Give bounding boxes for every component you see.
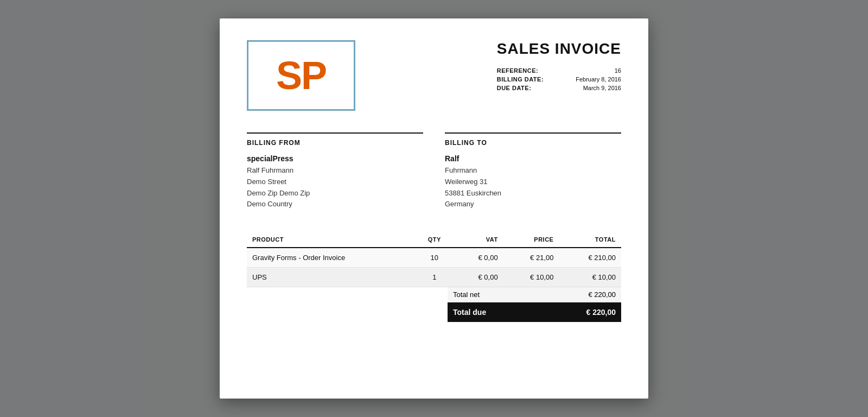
cell-price: € 10,00 (503, 268, 559, 287)
col-vat: VAT (454, 232, 503, 248)
from-line1: Ralf Fuhrmann (247, 165, 423, 176)
to-line2: Weilerweg 31 (445, 176, 621, 188)
billing-to-details: Fuhrmann Weilerweg 31 53881 Euskirchen G… (445, 165, 621, 210)
due-label: Total due (448, 302, 538, 323)
col-price: PRICE (503, 232, 559, 248)
cell-qty: 10 (415, 248, 454, 268)
cell-total: € 210,00 (559, 248, 621, 268)
due-date-value: March 9, 2016 (565, 85, 621, 91)
col-qty: QTY (415, 232, 454, 248)
due-value: € 220,00 (538, 302, 621, 323)
due-date-label: DUE DATE: (497, 85, 554, 91)
cell-vat: € 0,00 (454, 268, 503, 287)
reference-value: 16 (565, 67, 621, 74)
invoice-table: PRODUCT QTY VAT PRICE TOTAL Gravity Form… (247, 232, 621, 287)
cell-qty: 1 (415, 268, 454, 287)
to-line1: Fuhrmann (445, 165, 621, 176)
billing-from-title: BILLING FROM (247, 139, 423, 147)
to-line3: 53881 Euskirchen (445, 188, 621, 199)
from-line2: Demo Street (247, 176, 423, 188)
billing-to-col: BILLING TO Ralf Fuhrmann Weilerweg 31 53… (445, 132, 621, 210)
col-product: PRODUCT (247, 232, 415, 248)
table-row: Gravity Forms - Order Invoice 10 € 0,00 … (247, 248, 621, 268)
billing-to-title: BILLING TO (445, 139, 621, 147)
cell-product: UPS (247, 268, 415, 287)
cell-total: € 10,00 (559, 268, 621, 287)
billing-from-details: Ralf Fuhrmann Demo Street Demo Zip Demo … (247, 165, 423, 210)
invoice-meta: REFERENCE: 16 BILLING DATE: February 8, … (497, 67, 621, 91)
billing-date-value: February 8, 2016 (565, 76, 621, 83)
from-line4: Demo Country (247, 199, 423, 210)
logo-text: SP (276, 56, 326, 95)
invoice-title: SALES INVOICE (497, 40, 621, 58)
company-logo: SP (247, 40, 355, 111)
from-line3: Demo Zip Demo Zip (247, 188, 423, 199)
cell-product: Gravity Forms - Order Invoice (247, 248, 415, 268)
billing-from-col: BILLING FROM specialPress Ralf Fuhrmann … (247, 132, 423, 210)
invoice-header: SP SALES INVOICE REFERENCE: 16 BILLING D… (247, 40, 621, 111)
totals-table: Total net € 220,00 Total due € 220,00 (448, 287, 621, 322)
invoice-title-area: SALES INVOICE REFERENCE: 16 BILLING DATE… (497, 40, 621, 91)
net-value: € 220,00 (538, 287, 621, 302)
totals-section: Total net € 220,00 Total due € 220,00 (247, 287, 621, 322)
to-line4: Germany (445, 199, 621, 210)
billing-date-label: BILLING DATE: (497, 76, 554, 83)
billing-section: BILLING FROM specialPress Ralf Fuhrmann … (247, 132, 621, 210)
reference-label: REFERENCE: (497, 67, 554, 74)
net-label: Total net (448, 287, 538, 302)
billing-from-company: specialPress (247, 154, 423, 163)
cell-price: € 21,00 (503, 248, 559, 268)
billing-to-company: Ralf (445, 154, 621, 163)
invoice-modal: SP SALES INVOICE REFERENCE: 16 BILLING D… (220, 18, 648, 399)
table-row: UPS 1 € 0,00 € 10,00 € 10,00 (247, 268, 621, 287)
cell-vat: € 0,00 (454, 248, 503, 268)
col-total: TOTAL (559, 232, 621, 248)
